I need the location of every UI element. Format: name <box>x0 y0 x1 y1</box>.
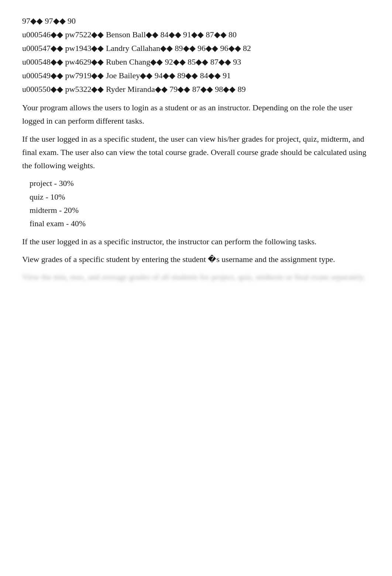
paragraph-1: Your program allows the users to login a… <box>22 101 370 128</box>
row-top-text: 97◆◆ 97◆◆ 90 <box>22 16 76 25</box>
paragraph-2: If the user logged in as a specific stud… <box>22 132 370 173</box>
row-u000548-text: u000548◆◆ pw4629◆◆ Ruben Chang◆◆ 92◆◆ 85… <box>22 57 241 66</box>
paragraph-4: View grades of a specific student by ent… <box>22 253 370 266</box>
weight-project: project - 30% <box>30 177 370 190</box>
row-u000547-text: u000547◆◆ pw1943◆◆ Landry Callahan◆◆ 89◆… <box>22 44 251 53</box>
row-u000550: u000550◆◆ pw5322◆◆ Ryder Miranda◆◆ 79◆◆ … <box>22 83 370 95</box>
paragraph-5-blurred: View the min, max, and average grades of… <box>22 270 370 284</box>
paragraph-3-text: If the user logged in as a specific inst… <box>22 237 317 246</box>
paragraph-3: If the user logged in as a specific inst… <box>22 235 370 248</box>
weights-list: project - 30% quiz - 10% midterm - 20% f… <box>30 177 370 230</box>
weight-quiz: quiz - 10% <box>30 190 370 204</box>
row-u000549: u000549◆◆ pw7919◆◆ Joe Bailey◆◆ 94◆◆ 89◆… <box>22 69 370 82</box>
row-u000549-text: u000549◆◆ pw7919◆◆ Joe Bailey◆◆ 94◆◆ 89◆… <box>22 71 231 80</box>
row-u000547: u000547◆◆ pw1943◆◆ Landry Callahan◆◆ 89◆… <box>22 42 370 54</box>
paragraph-4-text: View grades of a specific student by ent… <box>22 255 335 264</box>
row-u000546-text: u000546◆◆ pw7522◆◆ Benson Ball◆◆ 84◆◆ 91… <box>22 30 237 39</box>
paragraph-2-text: If the user logged in as a specific stud… <box>22 134 366 170</box>
paragraph-5-text: View the min, max, and average grades of… <box>22 272 365 282</box>
row-u000548: u000548◆◆ pw4629◆◆ Ruben Chang◆◆ 92◆◆ 85… <box>22 56 370 68</box>
row-u000550-text: u000550◆◆ pw5322◆◆ Ryder Miranda◆◆ 79◆◆ … <box>22 84 246 94</box>
row-u000546: u000546◆◆ pw7522◆◆ Benson Ball◆◆ 84◆◆ 91… <box>22 28 370 41</box>
weight-final: final exam - 40% <box>30 217 370 230</box>
weight-midterm: midterm - 20% <box>30 204 370 217</box>
paragraph-1-text: Your program allows the users to login a… <box>22 103 353 125</box>
row-top: 97◆◆ 97◆◆ 90 <box>22 15 370 27</box>
main-content: 97◆◆ 97◆◆ 90 u000546◆◆ pw7522◆◆ Benson B… <box>22 15 370 284</box>
